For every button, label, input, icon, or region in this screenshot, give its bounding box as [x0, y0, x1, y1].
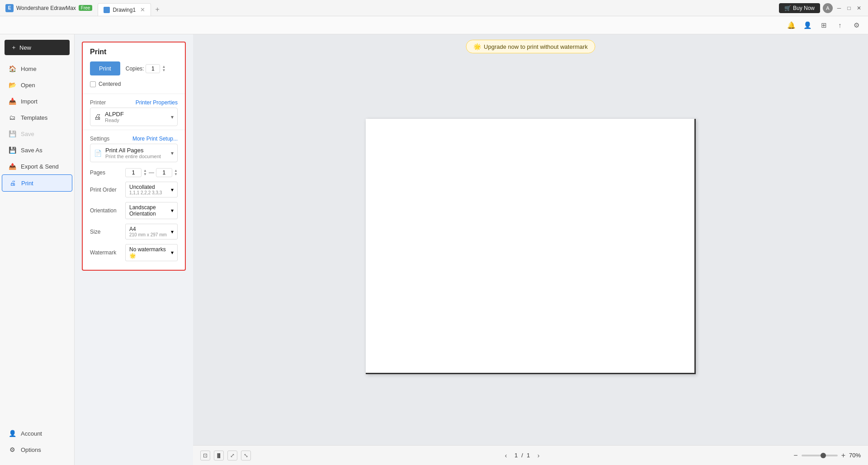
- orientation-dropdown[interactable]: Landscape Orientation ▾: [125, 202, 178, 219]
- printer-dropdown-arrow[interactable]: ▾: [171, 114, 174, 120]
- pages-from-spinner[interactable]: ▲ ▼: [143, 169, 147, 176]
- orientation-label: Orientation: [90, 207, 122, 214]
- grid-icon[interactable]: ⊞: [819, 21, 828, 30]
- tab-drawing1[interactable]: Drawing1 ✕: [98, 3, 151, 16]
- pages-from-input[interactable]: [125, 168, 142, 177]
- export-icon: 📤: [8, 163, 16, 170]
- print-order-arrow[interactable]: ▾: [171, 187, 174, 193]
- footer-center: ‹ 1 / 1 ›: [501, 451, 543, 460]
- maximize-button[interactable]: □: [845, 5, 853, 12]
- sidebar-item-print[interactable]: 🖨 Print: [2, 174, 72, 192]
- tab-icon: [104, 7, 110, 13]
- upgrade-text: Upgrade now to print without watermark: [484, 43, 588, 50]
- more-print-setup-link[interactable]: More Print Setup...: [132, 136, 178, 142]
- sidebar-label-import: Import: [21, 98, 38, 105]
- new-tab-button[interactable]: +: [151, 3, 164, 16]
- printer-section-label: Printer: [90, 99, 106, 106]
- app-name: Wondershare EdrawMax: [16, 5, 76, 11]
- canvas-area: 🌟 Upgrade now to print without watermark…: [193, 34, 868, 465]
- tab-bar: Drawing1 ✕ +: [98, 0, 774, 16]
- print-order-sub: 1,1,1 2,2,2 3,3,3: [129, 190, 162, 195]
- footer-left: ⊡ ▐▌ ⤢ ⤡: [200, 451, 251, 460]
- size-arrow[interactable]: ▾: [171, 229, 174, 235]
- sidebar-item-home[interactable]: 🏠 Home: [2, 61, 72, 77]
- size-dropdown[interactable]: A4 210 mm x 297 mm ▾: [125, 224, 178, 240]
- upgrade-icon: 🌟: [473, 43, 481, 50]
- main-layout: ＋ New 🏠 Home 📂 Open 📥 Import 🗂 Templates…: [0, 34, 868, 465]
- printer-section-header: Printer Printer Properties: [83, 96, 185, 108]
- page-total: 1: [527, 452, 530, 459]
- upload-icon[interactable]: ↑: [835, 21, 844, 30]
- pages-from-down[interactable]: ▼: [143, 173, 147, 176]
- sidebar-item-options[interactable]: ⚙ Options: [2, 442, 72, 458]
- sidebar-label-save: Save: [21, 131, 34, 137]
- watermark-label: Watermark: [90, 249, 122, 256]
- print-order-row: Print Order Uncollated 1,1,1 2,2,2 3,3,3…: [83, 179, 185, 200]
- buy-now-button[interactable]: 🛒 Buy Now: [779, 3, 820, 13]
- orientation-arrow[interactable]: ▾: [171, 207, 174, 214]
- page-next-button[interactable]: ›: [533, 451, 543, 460]
- fit-page-icon[interactable]: ⊡: [200, 451, 210, 460]
- collapse-icon[interactable]: ⤡: [241, 451, 251, 460]
- save-as-icon: 💾: [8, 146, 16, 154]
- watermark-dropdown[interactable]: No watermarks 🌟 ▾: [125, 244, 178, 261]
- print-order-dropdown[interactable]: Uncollated 1,1,1 2,2,2 3,3,3 ▾: [125, 182, 178, 197]
- close-button[interactable]: ✕: [855, 5, 863, 12]
- expand-icon[interactable]: ⤢: [227, 451, 237, 460]
- fit-width-icon[interactable]: ▐▌: [214, 451, 224, 460]
- minimize-button[interactable]: ─: [835, 5, 843, 12]
- pages-label: Pages: [90, 169, 122, 176]
- sidebar-item-open[interactable]: 📂 Open: [2, 77, 72, 93]
- import-icon: 📥: [8, 98, 16, 105]
- orientation-row: Orientation Landscape Orientation ▾: [83, 200, 185, 221]
- copies-spinner[interactable]: ▲ ▼: [162, 65, 165, 72]
- pages-to-down[interactable]: ▼: [174, 173, 178, 176]
- titlebar: E Wondershare EdrawMax Free Drawing1 ✕ +…: [0, 0, 868, 16]
- tab-close-icon[interactable]: ✕: [140, 6, 145, 13]
- copies-input[interactable]: [146, 64, 160, 73]
- sidebar-item-templates[interactable]: 🗂 Templates: [2, 109, 72, 126]
- new-button[interactable]: ＋ New: [5, 40, 70, 55]
- centered-row: Centered: [83, 81, 185, 92]
- sidebar-item-account[interactable]: 👤 Account: [2, 425, 72, 442]
- window-controls: 🛒 Buy Now A ─ □ ✕: [774, 3, 868, 13]
- canvas-content: [193, 34, 868, 445]
- printer-device-icon: 🖨: [94, 113, 101, 121]
- upgrade-banner[interactable]: 🌟 Upgrade now to print without watermark: [466, 40, 595, 53]
- centered-label: Centered: [99, 81, 121, 87]
- account-icon: 👤: [8, 430, 16, 437]
- sidebar-item-import[interactable]: 📥 Import: [2, 93, 72, 109]
- printer-properties-link[interactable]: Printer Properties: [136, 99, 178, 106]
- app-icon: E: [5, 4, 14, 12]
- pages-to-input[interactable]: [156, 168, 172, 177]
- print-all-pages-arrow[interactable]: ▾: [171, 150, 174, 156]
- sidebar: ＋ New 🏠 Home 📂 Open 📥 Import 🗂 Templates…: [0, 34, 75, 465]
- notification-icon[interactable]: 🔔: [787, 21, 796, 30]
- sidebar-item-export-send[interactable]: 📤 Export & Send: [2, 158, 72, 174]
- centered-checkbox[interactable]: [90, 81, 96, 87]
- settings-icon[interactable]: ⚙: [852, 21, 861, 30]
- user-avatar[interactable]: A: [823, 3, 833, 13]
- size-row: Size A4 210 mm x 297 mm ▾: [83, 221, 185, 242]
- sidebar-label-open: Open: [21, 82, 35, 89]
- copies-label: Copies:: [126, 66, 144, 72]
- pages-separator: —: [149, 169, 154, 176]
- watermark-arrow[interactable]: ▾: [171, 249, 174, 256]
- print-actions-row: Print Copies: ▲ ▼: [83, 60, 185, 81]
- zoom-in-button[interactable]: +: [841, 451, 845, 460]
- printer-selector[interactable]: 🖨 ALPDF Ready ▾: [90, 108, 178, 126]
- page-prev-button[interactable]: ‹: [501, 451, 511, 460]
- sidebar-item-save-as[interactable]: 💾 Save As: [2, 142, 72, 158]
- user-icon[interactable]: 👤: [803, 21, 812, 30]
- copies-down[interactable]: ▼: [162, 69, 165, 72]
- zoom-out-button[interactable]: −: [793, 451, 797, 460]
- print-all-pages-dropdown[interactable]: 📄 Print All Pages Print the entire docum…: [90, 144, 178, 162]
- zoom-thumb[interactable]: [821, 453, 826, 458]
- printer-info: ALPDF Ready: [105, 111, 167, 123]
- printer-name: ALPDF: [105, 111, 167, 117]
- pages-to-spinner[interactable]: ▲ ▼: [174, 169, 178, 176]
- print-button[interactable]: Print: [90, 61, 120, 75]
- zoom-slider[interactable]: [802, 455, 838, 456]
- print-panel: Print Print Copies: ▲ ▼ Centered Pri: [82, 42, 186, 271]
- orientation-value: Landscape Orientation: [129, 204, 171, 217]
